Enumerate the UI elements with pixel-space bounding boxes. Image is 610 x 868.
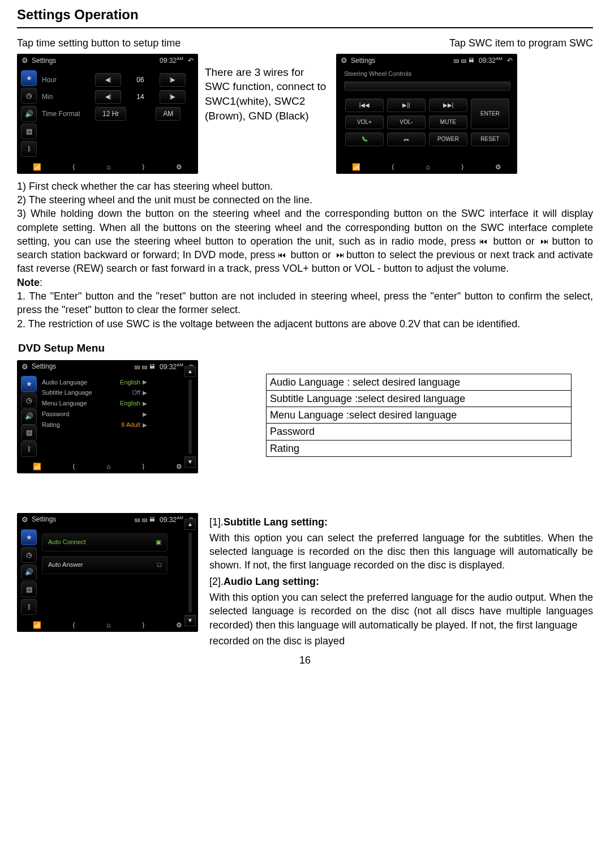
chevron-right-icon: ▶ xyxy=(143,421,147,429)
right-arrow-icon: |▶ xyxy=(170,76,176,84)
nav-home-icon: ⌂ xyxy=(106,621,110,630)
hour-prev-button[interactable]: ◀| xyxy=(95,73,121,87)
sidebar-layers-icon: ▤ xyxy=(21,425,37,441)
dvd-audio-lang-row[interactable]: Audio Language English ▶ xyxy=(42,378,181,387)
nav-radio-icon: 📶 xyxy=(33,163,41,172)
note-label: Note xyxy=(17,277,40,288)
dvd-menu-lang-row[interactable]: Menu Language English ▶ xyxy=(42,399,181,408)
table-row-password: Password xyxy=(267,424,572,440)
swc-power-button[interactable]: POWER xyxy=(429,132,467,146)
hour-value: 06 xyxy=(124,75,156,84)
sidebar-layers-icon: ▤ xyxy=(21,581,37,597)
subtitle-lang-heading: [1].Subtitle Lang setting: xyxy=(209,515,593,529)
swc-assignment-slot xyxy=(344,82,510,91)
nav-prev-icon: ⟨ xyxy=(72,621,75,630)
nav-radio-icon: 📶 xyxy=(352,163,360,172)
fast-forward-icon xyxy=(539,236,548,247)
time-ampm: AM xyxy=(177,56,183,61)
chevron-right-icon: ▶ xyxy=(143,389,147,397)
swc-prev-button[interactable]: |◀◀ xyxy=(345,99,384,112)
nav-next-icon: ⟩ xyxy=(142,462,145,471)
time-settings-screenshot: ⚙ Settings 09:32AM ↶ ★ ◷ 🔊 ▤ ᛒ Hour ◀| 0… xyxy=(17,54,198,174)
swc-panel-title: Steering Wheel Controls xyxy=(342,70,513,78)
sidebar-star-icon: ★ xyxy=(21,529,37,545)
nav-radio-icon: 📶 xyxy=(33,462,41,471)
phone-icon xyxy=(361,136,368,143)
page-title: Settings Operation xyxy=(17,6,593,26)
back-icon: ↶ xyxy=(507,56,513,65)
sidebar-sound-icon: 🔊 xyxy=(21,565,37,580)
swc-voldown-button[interactable]: VOL- xyxy=(387,116,426,129)
ampm-button[interactable]: AM xyxy=(156,107,181,121)
sidebar-bt-icon: ᛒ xyxy=(21,441,37,457)
audio-lang-heading: [2].Audio Lang setting: xyxy=(209,575,593,588)
toggle-on-icon: ▣ xyxy=(156,538,161,546)
nav-settings-icon: ⚙ xyxy=(176,462,182,471)
scrollbar-track[interactable] xyxy=(188,532,192,613)
time-value: 09:32 xyxy=(160,57,177,65)
scrollbar-track[interactable] xyxy=(188,379,192,454)
format-label: Time Format xyxy=(42,109,92,118)
min-value: 14 xyxy=(124,92,156,101)
sidebar-sound-icon: 🔊 xyxy=(21,106,37,122)
table-row-menu: Menu Language :select desired language xyxy=(267,407,572,424)
hangup-icon xyxy=(403,136,410,143)
hour-next-button[interactable]: |▶ xyxy=(160,73,186,87)
page-number: 16 xyxy=(17,653,593,667)
tap-swc-caption: Tap SWC item to program SWC xyxy=(449,36,593,50)
table-row-audio: Audio Language : select desired language xyxy=(267,374,572,390)
bt-settings-screenshot: ⚙ Settings 🖴 🖴 🖬 09:32AM ↶ ★ ◷ 🔊 ▤ ᛒ Aut… xyxy=(17,513,198,632)
gear-icon: ⚙ xyxy=(22,515,28,525)
nav-settings-icon: ⚙ xyxy=(176,621,182,630)
sidebar-clock-icon: ◷ xyxy=(21,392,37,408)
sidebar-sound-icon: 🔊 xyxy=(21,409,37,425)
dvd-password-row[interactable]: Password ▶ xyxy=(42,410,181,418)
swc-step-3: 3) While holding down the button on the … xyxy=(17,207,593,275)
swc-hangup-button[interactable] xyxy=(387,132,426,146)
toggle-off-icon: □ xyxy=(157,561,161,569)
audio-lang-desc-1: With this option you can select the pref… xyxy=(209,591,593,632)
auto-connect-label: Auto Connect xyxy=(48,538,86,546)
sidebar-bt-icon: ᛒ xyxy=(21,141,37,157)
dvd-setup-heading: DVD Setup Menu xyxy=(18,341,593,356)
swc-call-button[interactable] xyxy=(345,132,384,146)
auto-answer-label: Auto Answer xyxy=(48,561,83,569)
auto-answer-row[interactable]: Auto Answer □ xyxy=(42,556,167,574)
right-arrow-icon: |▶ xyxy=(170,93,176,101)
sidebar-clock-icon: ◷ xyxy=(21,547,37,563)
swc-volup-button[interactable]: VOL+ xyxy=(345,116,384,129)
gear-icon: ⚙ xyxy=(341,55,347,66)
nav-radio-icon: 📶 xyxy=(33,621,41,630)
left-arrow-icon: ◀| xyxy=(105,76,111,84)
chevron-right-icon: ▶ xyxy=(143,411,147,418)
title-rule xyxy=(17,27,593,28)
dvd-setup-screenshot: ⚙ Settings 🖴 🖴 🖬 09:32AM ↶ ★ ◷ 🔊 ▤ ᛒ Aud… xyxy=(17,360,198,473)
min-next-button[interactable]: |▶ xyxy=(160,90,186,104)
dvd-subtitle-lang-row[interactable]: Subtitle Language Off ▶ xyxy=(42,388,181,397)
swc-settings-screenshot: ⚙ Settings 🖴 🖴 🖬 09:32AM ↶ Steering Whee… xyxy=(336,54,517,174)
scroll-up-button[interactable]: ▲ xyxy=(184,519,196,530)
fast-forward-icon xyxy=(334,249,343,260)
min-prev-button[interactable]: ◀| xyxy=(95,90,121,104)
scroll-up-button[interactable]: ▲ xyxy=(184,366,196,377)
auto-connect-row[interactable]: Auto Connect ▣ xyxy=(42,533,167,551)
note-1: 1. The "Enter" button and the "reset" bu… xyxy=(17,289,593,317)
nav-prev-icon: ⟨ xyxy=(72,163,75,172)
swc-step-1: 1) First check whether the car has steer… xyxy=(17,179,593,193)
swc-mute-button[interactable]: MUTE xyxy=(429,116,467,129)
back-icon: ↶ xyxy=(188,56,194,65)
swc-next-button[interactable]: ▶▶| xyxy=(429,99,467,112)
nav-prev-icon: ⟨ xyxy=(392,163,394,172)
swc-enter-button[interactable]: ENTER xyxy=(471,99,509,129)
time-ampm: AM xyxy=(496,56,502,61)
swc-wiring-note: There are 3 wires for SWC function, conn… xyxy=(205,54,329,123)
format-value-button[interactable]: 12 Hr xyxy=(95,107,126,121)
swc-reset-button[interactable]: RESET xyxy=(471,132,509,146)
settings-label: Settings xyxy=(32,56,56,65)
note-2: 2. The restriction of use SWC is the vol… xyxy=(17,317,593,331)
sidebar-star-icon: ★ xyxy=(21,376,37,392)
dvd-rating-row[interactable]: Rating 8 Adult ▶ xyxy=(42,421,181,429)
swc-playpause-button[interactable]: ▶|| xyxy=(387,99,426,112)
nav-home-icon: ⌂ xyxy=(106,462,110,471)
subtitle-lang-desc: With this option you can select the pref… xyxy=(209,531,593,572)
